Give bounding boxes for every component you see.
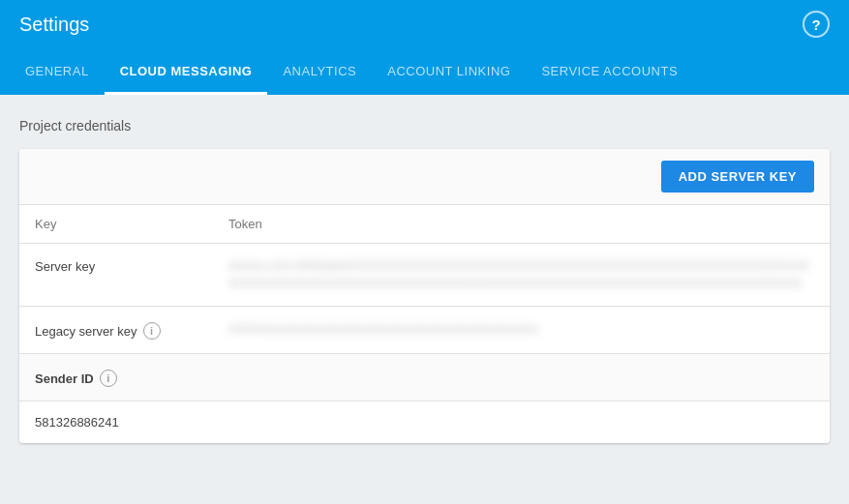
add-server-key-button[interactable]: ADD SERVER KEY xyxy=(661,161,814,193)
sender-id-info-icon[interactable]: i xyxy=(100,370,117,387)
table-row: Server keyAAAAx-xXX:APA91bHXXXXXXXXXXXXX… xyxy=(19,244,830,307)
tab-service-accounts[interactable]: SERVICE ACCOUNTS xyxy=(526,50,693,95)
sender-id-row: Sender IDi xyxy=(19,354,830,401)
credentials-table: Key Token Server keyAAAAx-xXX:APA91bHXXX… xyxy=(19,205,830,443)
sender-id-value-row: 581326886241 xyxy=(19,401,830,444)
sender-id-label: Sender IDi xyxy=(35,368,814,387)
sender-id-value: 581326886241 xyxy=(35,415,119,430)
tab-analytics[interactable]: ANALYTICS xyxy=(267,50,372,95)
key-label: Legacy server keyi xyxy=(35,320,197,340)
card-toolbar: ADD SERVER KEY xyxy=(19,149,830,205)
main-content: Project credentials ADD SERVER KEY Key T… xyxy=(0,95,849,504)
credentials-card: ADD SERVER KEY Key Token Server keyAAAAx… xyxy=(19,149,830,443)
col-key-header: Key xyxy=(19,205,213,244)
key-label: Server key xyxy=(35,257,197,274)
page-title: Settings xyxy=(19,14,89,36)
token-value: AAAAxxxxxxxxxxxxxxxxxxxxxxxxxxxxxxxxxxxx… xyxy=(228,322,538,336)
col-token-header: Token xyxy=(213,205,830,244)
tab-general[interactable]: GENERAL xyxy=(10,50,105,95)
info-icon[interactable]: i xyxy=(143,322,161,340)
help-icon[interactable]: ? xyxy=(803,11,830,38)
table-row: Legacy server keyiAAAAxxxxxxxxxxxxxxxxxx… xyxy=(19,307,830,354)
tab-cloud-messaging[interactable]: CLOUD MESSAGING xyxy=(105,50,268,95)
tab-account-linking[interactable]: ACCOUNT LINKING xyxy=(372,50,526,95)
nav-tabs: GENERALCLOUD MESSAGINGANALYTICSACCOUNT L… xyxy=(0,48,849,95)
token-value: AAAAx-xXX:APA91bHXXXXXXXXXXXXXXXXXXXXXXX… xyxy=(228,259,808,290)
section-title: Project credentials xyxy=(19,118,830,133)
